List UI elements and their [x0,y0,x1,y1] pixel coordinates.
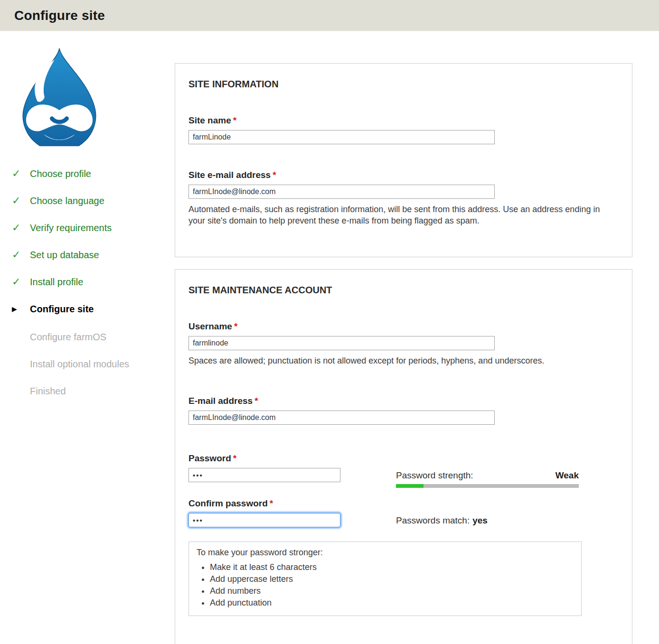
password-section: Password* Confirm password* Password str… [188,453,619,527]
username-item: Username* Spaces are allowed; punctuatio… [188,321,619,366]
required-marker: * [234,321,237,331]
password-feedback-column: Password strength: Weak Passwords match:… [396,453,579,527]
step-label: Set up database [30,249,99,261]
install-sidebar: ✓Choose profile✓Choose language✓Verify r… [0,31,175,644]
step-label: Verify requirements [30,222,112,233]
password-tip: Make it at least 6 characters [210,561,574,573]
password-fields-column: Password* Confirm password* [188,453,396,527]
check-icon: ✓ [12,276,30,288]
drupal-droplet-icon [13,46,106,146]
username-label: Username* [188,321,619,332]
passwords-match-label: Passwords match: [396,515,470,525]
site-information-legend: SITE INFORMATION [188,79,619,90]
step-item-install-optional-modules: Install optional modules [12,358,175,370]
password-label: Password* [188,453,396,464]
step-item-choose-language: ✓Choose language [12,195,175,206]
username-description: Spaces are allowed; punctuation is not a… [188,355,618,366]
required-marker: * [233,453,236,463]
check-icon: ✓ [12,168,30,179]
install-steps-list: ✓Choose profile✓Choose language✓Verify r… [12,168,175,397]
account-email-label: E-mail address* [188,396,619,406]
site-email-description: Automated e-mails, such as registration … [188,204,618,226]
drupal-logo [13,46,106,146]
password-input[interactable] [188,468,340,482]
password-tip: Add punctuation [210,597,574,608]
password-strength-line: Password strength: Weak [396,470,579,481]
required-marker: * [233,115,236,125]
confirm-password-label: Confirm password* [188,498,396,509]
site-name-input[interactable] [188,130,495,144]
step-item-configure-site: ▶Configure site [12,303,175,316]
step-label: Configure farmOS [30,331,106,343]
password-strength-block: Password strength: Weak [396,470,579,488]
password-tips-box: To make your password stronger: Make it … [188,541,582,616]
step-label: Configure site [30,303,94,315]
password-strength-label: Password strength: [396,470,473,481]
step-item-configure-farmos: Configure farmOS [12,331,175,343]
site-email-input[interactable] [188,185,495,199]
check-icon: ✓ [12,195,30,206]
site-information-fieldset: SITE INFORMATION Site name* Site e-mail … [175,63,632,257]
step-item-finished: Finished [12,385,175,397]
current-step-arrow-icon: ▶ [12,303,30,315]
step-item-verify-requirements: ✓Verify requirements [12,222,175,233]
account-email-item: E-mail address* [188,396,619,425]
passwords-match-value: yes [472,515,488,525]
main-content: SITE INFORMATION Site name* Site e-mail … [175,31,659,644]
content: ✓Choose profile✓Choose language✓Verify r… [0,31,659,644]
step-label: Install profile [30,276,83,288]
password-strength-fill [396,484,424,488]
step-label: Choose language [30,195,104,206]
password-tips-title: To make your password stronger: [197,548,574,558]
check-icon: ✓ [12,249,30,261]
site-email-item: Site e-mail address* Automated e-mails, … [188,170,619,226]
maintenance-account-fieldset: SITE MAINTENANCE ACCOUNT Username* Space… [175,269,632,644]
password-tips-list: Make it at least 6 charactersAdd upperca… [210,561,574,608]
required-marker: * [254,396,258,406]
page-title: Configure site [14,8,105,23]
step-item-choose-profile: ✓Choose profile [12,168,175,179]
password-tip: Add numbers [210,585,574,597]
username-input[interactable] [188,336,495,350]
passwords-match-line: Passwords match:yes [396,515,579,526]
required-marker: * [273,170,276,180]
required-marker: * [270,498,273,508]
step-label: Finished [30,385,66,397]
step-item-install-profile: ✓Install profile [12,276,175,288]
confirm-password-input[interactable] [188,513,340,527]
step-item-set-up-database: ✓Set up database [12,249,175,261]
site-name-item: Site name* [188,115,619,144]
step-label: Install optional modules [30,358,129,370]
check-icon: ✓ [12,222,30,233]
site-name-label: Site name* [188,115,619,126]
site-email-label: Site e-mail address* [188,170,619,180]
password-strength-value: Weak [555,470,579,481]
password-strength-track [396,484,579,488]
page-header: Configure site [0,0,659,31]
step-label: Choose profile [30,168,91,179]
maintenance-account-legend: SITE MAINTENANCE ACCOUNT [188,285,619,296]
account-email-input[interactable] [188,411,495,425]
password-tip: Add uppercase letters [210,573,574,585]
